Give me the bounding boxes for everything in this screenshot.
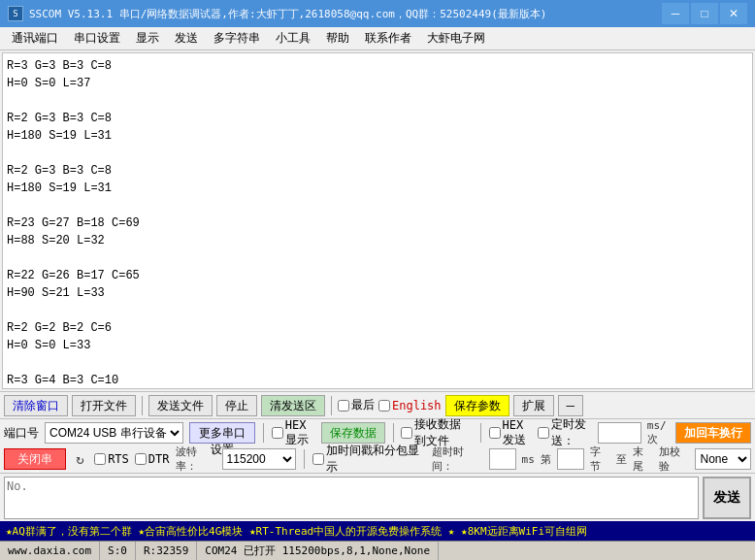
baud-select[interactable]: 115200 (222, 448, 297, 470)
output-line: R=2 G=3 B=3 C=8 (7, 162, 748, 180)
english-checkbox-label[interactable]: English (378, 399, 442, 412)
timeout-input[interactable]: 20 (489, 448, 516, 470)
menu-website[interactable]: 大虾电子网 (419, 28, 493, 49)
stop-button[interactable]: 停止 (216, 395, 257, 416)
output-line: H=90 S=21 L=33 (7, 284, 748, 302)
menu-display[interactable]: 显示 (128, 28, 167, 49)
add-return-button[interactable]: 加回车换行 (675, 422, 751, 444)
separator4 (393, 423, 394, 443)
output-line (7, 92, 748, 110)
ctrl-panel: 端口号 COM24 USB 串行设备 更多串口设置 HEX显示 保存数据 接收数… (0, 418, 755, 473)
status-s-count: S:0 (100, 542, 136, 560)
output-line (7, 302, 748, 319)
timed-send-checkbox[interactable] (538, 427, 549, 439)
close-port-button[interactable]: 关闭串口 (4, 448, 66, 470)
verify-select[interactable]: None (695, 448, 751, 470)
hex-send-checkbox[interactable] (489, 427, 501, 439)
title-bar: S SSCOM V5.13.1 串口/网络数据调试器,作者:大虾丁丁,26180… (0, 0, 755, 27)
send-area: 发送 (0, 473, 755, 521)
ctrl-row2: 关闭串口 ↻ RTS DTR 波特率： 115200 加时间戳和分包显示 超时时… (4, 447, 751, 471)
send-button[interactable]: 发送 (703, 477, 751, 519)
last-checkbox[interactable] (338, 400, 349, 412)
close-button[interactable]: ✕ (720, 3, 747, 24)
port-select[interactable]: COM24 USB 串行设备 (45, 422, 183, 444)
hex-send-text: HEX发送 (503, 418, 533, 448)
interval-unit: ms/次 (647, 419, 670, 446)
port-label: 端口号 (4, 425, 39, 442)
dtr-label[interactable]: DTR (135, 452, 170, 466)
output-line: R=2 G=2 B=2 C=6 (7, 319, 748, 337)
separator5 (480, 423, 481, 443)
menu-send[interactable]: 发送 (167, 28, 206, 49)
output-line (7, 197, 748, 214)
output-line (7, 249, 748, 267)
output-line: R=3 G=4 B=3 C=10 (7, 372, 748, 389)
menu-serial-settings[interactable]: 串口设置 (66, 28, 128, 49)
page-input[interactable]: 1 (557, 448, 584, 470)
page-label: 第 (541, 452, 551, 467)
ticker-bar: ★AQ群满了，没有第二个群 ★合宙高性价比4G模块 ★RT-Thread中国人的… (0, 521, 755, 541)
save-recv-file-checkbox[interactable] (401, 427, 412, 439)
separator1 (142, 396, 143, 415)
dtr-checkbox[interactable] (135, 453, 147, 465)
maximize-button[interactable]: □ (691, 3, 718, 24)
baud-label: 波特率： (176, 445, 216, 474)
timestamp-checkbox[interactable] (312, 453, 324, 465)
menu-help[interactable]: 帮助 (318, 28, 357, 49)
open-file-button[interactable]: 打开文件 (72, 395, 136, 416)
tail-label: 末尾 (633, 445, 653, 474)
more-settings-button[interactable]: 更多串口设置 (189, 422, 255, 444)
interval-input[interactable]: 1000 (598, 422, 641, 444)
output-line: R=2 G=3 B=3 C=8 (7, 110, 748, 127)
output-line: R=3 G=3 B=3 C=8 (7, 57, 748, 75)
output-line: H=0 S=0 L=33 (7, 337, 748, 354)
clear-send-button[interactable]: 清发送区 (261, 395, 325, 416)
save-params-button[interactable]: 保存参数 (445, 395, 509, 416)
refresh-icon[interactable]: ↻ (72, 450, 88, 468)
output-line: H=0 S=0 L=37 (7, 75, 748, 92)
hex-display-label[interactable]: HEX显示 (272, 418, 315, 448)
window-title: SSCOM V5.13.1 串口/网络数据调试器,作者:大虾丁丁,2618058… (29, 7, 546, 21)
hex-display-text: HEX显示 (285, 418, 315, 448)
rts-checkbox[interactable] (94, 453, 106, 465)
send-file-button[interactable]: 发送文件 (148, 395, 213, 416)
minimize-button[interactable]: ─ (662, 3, 689, 24)
to-label: 至 (616, 452, 627, 467)
title-left: S SSCOM V5.13.1 串口/网络数据调试器,作者:大虾丁丁,26180… (8, 6, 546, 21)
last-checkbox-label[interactable]: 最后 (338, 397, 375, 413)
expand-button[interactable]: 扩展 (513, 395, 554, 416)
output-lines: R=3 G=3 B=3 C=8H=0 S=0 L=37 R=2 G=3 B=3 … (7, 57, 748, 389)
byte-label: 字节 (590, 445, 610, 474)
hex-display-checkbox[interactable] (272, 427, 283, 439)
menu-bar: 通讯端口 串口设置 显示 发送 多字符串 小工具 帮助 联系作者 大虾电子网 (0, 27, 755, 50)
rts-label[interactable]: RTS (94, 452, 129, 466)
ctrl-row1: 端口号 COM24 USB 串行设备 更多串口设置 HEX显示 保存数据 接收数… (4, 421, 751, 445)
menu-comm-port[interactable]: 通讯端口 (4, 28, 66, 49)
separator6 (304, 449, 305, 469)
toolbar1: 清除窗口 打开文件 发送文件 停止 清发送区 最后 English 保存参数 扩… (0, 391, 755, 418)
output-line: R=23 G=27 B=18 C=69 (7, 214, 748, 232)
timeout-label: 超时时间： (432, 445, 483, 474)
verify-label: 加校验 (659, 445, 690, 474)
timed-send-label[interactable]: 定时发送： (538, 416, 592, 449)
menu-contact[interactable]: 联系作者 (357, 28, 419, 49)
clear-window-button[interactable]: 清除窗口 (4, 395, 68, 416)
timestamp-text: 加时间戳和分包显示 (326, 443, 426, 476)
main-area: R=3 G=3 B=3 C=8H=0 S=0 L=37 R=2 G=3 B=3 … (0, 50, 755, 560)
status-website[interactable]: www.daxia.com (4, 542, 100, 560)
output-line: R=22 G=26 B=17 C=65 (7, 267, 748, 284)
status-port: COM24 已打开 115200bps,8,1,None,None (197, 542, 439, 560)
toolbar-minimize-button[interactable]: ─ (558, 395, 584, 416)
english-label: English (392, 399, 442, 412)
rts-text: RTS (108, 452, 129, 466)
timestamp-label[interactable]: 加时间戳和分包显示 (312, 443, 426, 476)
menu-multi-string[interactable]: 多字符串 (206, 28, 268, 49)
send-text-input[interactable] (4, 477, 699, 519)
menu-tools[interactable]: 小工具 (268, 28, 318, 49)
hex-send-label[interactable]: HEX发送 (489, 418, 533, 448)
output-area[interactable]: R=3 G=3 B=3 C=8H=0 S=0 L=37 R=2 G=3 B=3 … (2, 52, 753, 389)
output-line: H=88 S=20 L=32 (7, 232, 748, 249)
output-line: H=180 S=19 L=31 (7, 180, 748, 197)
save-data-button[interactable]: 保存数据 (321, 422, 385, 444)
english-checkbox[interactable] (378, 400, 390, 412)
